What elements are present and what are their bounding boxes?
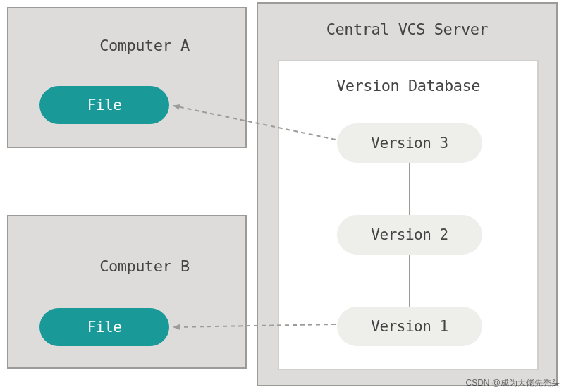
computer-a-title: Computer A <box>44 37 245 54</box>
version-3-label: Version 3 <box>371 135 448 152</box>
watermark-text: CSDN @成为大佬先秃头 <box>465 377 560 389</box>
computer-a-file-pill: File <box>39 86 169 124</box>
computer-a-box: Computer A File <box>7 7 247 148</box>
computer-b-title: Computer B <box>44 257 245 275</box>
computer-b-box: Computer B File <box>7 215 247 369</box>
version-connector-2 <box>409 255 410 307</box>
computer-b-file-pill: File <box>39 308 169 346</box>
server-box: Central VCS Server Version Database Vers… <box>257 2 558 386</box>
version-2-label: Version 2 <box>371 226 448 243</box>
version-database-title: Version Database <box>279 77 537 94</box>
version-2-pill: Version 2 <box>337 215 482 255</box>
computer-a-file-label: File <box>87 97 122 114</box>
server-title: Central VCS Server <box>258 20 556 38</box>
version-1-label: Version 1 <box>371 318 448 335</box>
computer-b-file-label: File <box>87 319 122 336</box>
vcs-diagram: Computer A File Computer B File Central … <box>0 0 564 392</box>
version-1-pill: Version 1 <box>337 307 482 346</box>
version-3-pill: Version 3 <box>337 123 482 163</box>
version-connector-1 <box>409 163 410 215</box>
version-database-box: Version Database Version 3 Version 2 Ver… <box>278 60 539 370</box>
